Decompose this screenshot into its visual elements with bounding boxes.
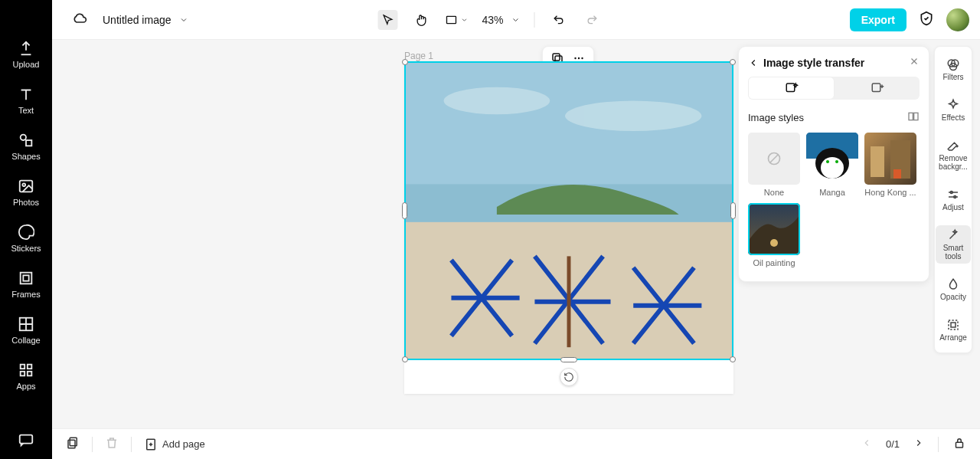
svg-line-31	[770, 155, 778, 162]
svg-rect-9	[28, 365, 32, 369]
sidebar-item-text[interactable]: Text	[18, 86, 34, 115]
resize-handle-bottom[interactable]	[560, 357, 577, 362]
style-oil-painting[interactable]: Oil painting	[748, 203, 800, 267]
sidebar-item-label: Frames	[11, 290, 40, 299]
right-item-label: Remove backgr...	[936, 154, 971, 171]
image-plus-icon	[871, 81, 884, 95]
sidebar-item-upload[interactable]: Upload	[13, 40, 40, 69]
zoom-level[interactable]: 43%	[482, 14, 503, 26]
photos-icon	[18, 178, 34, 195]
selected-image[interactable]	[404, 61, 733, 360]
add-page-button[interactable]: Add page	[144, 438, 205, 451]
right-item-opacity[interactable]: Opacity	[936, 274, 971, 304]
shapes-icon	[18, 132, 34, 149]
separator	[938, 437, 939, 452]
resize-handle-left[interactable]	[402, 202, 407, 219]
resize-handle-tr[interactable]	[730, 59, 736, 65]
resize-handle-br[interactable]	[730, 356, 736, 362]
tab-image-custom[interactable]	[835, 77, 920, 100]
sidebar-item-photos[interactable]: Photos	[13, 178, 39, 207]
pages-icon[interactable]	[66, 436, 80, 452]
frames-icon	[18, 270, 34, 287]
shield-icon[interactable]	[919, 11, 934, 29]
section-title: Image styles	[748, 112, 804, 123]
resize-handle-tl[interactable]	[402, 59, 408, 65]
page-label: Page 1	[404, 51, 433, 61]
sidebar-item-apps[interactable]: Apps	[16, 362, 35, 391]
hand-icon	[415, 14, 427, 26]
svg-rect-49	[951, 323, 956, 327]
droplet-icon	[946, 277, 960, 291]
chevron-down-icon	[460, 16, 468, 24]
sidebar-item-shapes[interactable]: Shapes	[11, 132, 40, 161]
magic-wand-icon	[946, 228, 960, 242]
rotate-handle[interactable]	[560, 368, 578, 386]
tab-image-style[interactable]	[748, 77, 835, 100]
sidebar-item-frames[interactable]: Frames	[11, 270, 40, 299]
right-item-smart-tools[interactable]: Smart tools	[936, 225, 971, 264]
svg-rect-29	[914, 113, 918, 120]
filters-icon	[946, 57, 960, 71]
select-tool[interactable]	[377, 10, 397, 30]
resize-handle-bl[interactable]	[402, 356, 408, 362]
sidebar-item-label: Apps	[16, 382, 35, 391]
undo-button[interactable]	[549, 10, 569, 30]
close-panel-button[interactable]	[909, 56, 920, 69]
aspect-ratio-button[interactable]	[445, 14, 468, 26]
manga-thumb-icon	[806, 133, 858, 185]
svg-rect-26	[786, 84, 795, 92]
oilpainting-thumb-icon	[748, 203, 800, 255]
svg-point-34	[821, 157, 844, 179]
stickers-icon	[18, 224, 34, 241]
right-item-filters[interactable]: Filters	[936, 54, 971, 84]
upload-icon	[18, 40, 34, 57]
chevron-down-icon[interactable]	[511, 15, 521, 25]
svg-rect-5	[21, 273, 32, 284]
right-item-label: Effects	[942, 113, 965, 122]
page-indicator: 0/1	[886, 438, 900, 450]
sliders-icon	[946, 188, 960, 202]
right-item-adjust[interactable]: Adjust	[936, 185, 971, 215]
chevron-down-icon[interactable]	[179, 15, 188, 25]
right-item-arrange[interactable]: Arrange	[936, 315, 971, 345]
right-item-label: Arrange	[939, 333, 967, 342]
svg-rect-12	[20, 435, 33, 444]
image-sparkle-icon	[785, 81, 799, 95]
style-label: Hong Kong ...	[864, 188, 916, 197]
export-button[interactable]: Export	[850, 8, 906, 31]
style-hongkong[interactable]: Hong Kong ...	[864, 133, 916, 197]
svg-point-15	[574, 57, 576, 59]
next-page-button[interactable]	[913, 438, 924, 451]
style-none[interactable]: None	[748, 133, 800, 197]
svg-rect-51	[68, 440, 75, 448]
svg-rect-14	[553, 54, 560, 61]
sparkle-icon	[946, 98, 960, 112]
svg-rect-50	[70, 438, 77, 446]
chevron-left-icon	[861, 438, 872, 448]
rotate-icon	[564, 372, 574, 382]
sidebar-item-label: Shapes	[11, 152, 40, 161]
user-avatar[interactable]	[946, 8, 969, 31]
style-manga[interactable]: Manga	[806, 133, 858, 197]
trash-icon	[105, 436, 119, 452]
sidebar-item-stickers[interactable]: Stickers	[11, 224, 41, 253]
right-item-label: Smart tools	[936, 244, 971, 261]
lock-icon[interactable]	[952, 436, 966, 452]
svg-rect-10	[21, 372, 25, 376]
compare-icon[interactable]	[907, 110, 920, 125]
beach-image	[406, 63, 732, 359]
resize-handle-right[interactable]	[730, 202, 736, 219]
collage-icon	[18, 316, 34, 333]
right-item-remove-bg[interactable]: Remove backgr...	[936, 136, 971, 174]
svg-point-35	[826, 160, 829, 163]
right-item-label: Opacity	[940, 293, 966, 301]
svg-point-36	[835, 160, 838, 163]
sidebar-item-more[interactable]	[18, 431, 34, 459]
right-item-effects[interactable]: Effects	[936, 95, 971, 125]
document-title[interactable]: Untitled image	[103, 14, 172, 26]
cloud-sync-icon[interactable]	[72, 11, 87, 29]
hand-tool[interactable]	[411, 10, 431, 30]
sidebar-item-collage[interactable]: Collage	[11, 316, 40, 345]
chevron-left-icon[interactable]	[748, 57, 759, 68]
separator	[534, 12, 535, 28]
